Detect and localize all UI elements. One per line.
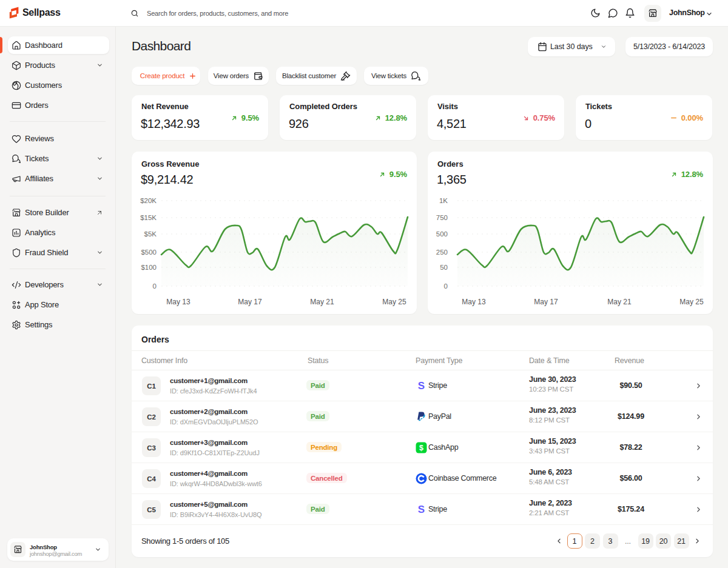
svg-text:$5K: $5K: [144, 230, 157, 238]
svg-text:500: 500: [436, 230, 448, 238]
svg-text:50: 50: [440, 264, 448, 271]
svg-text:250: 250: [436, 249, 448, 256]
svg-text:0: 0: [153, 282, 157, 290]
svg-text:May 17: May 17: [534, 298, 558, 306]
svg-text:May 13: May 13: [462, 298, 486, 306]
svg-text:1K: 1K: [439, 197, 448, 204]
svg-text:$20K: $20K: [140, 197, 157, 204]
svg-text:750: 750: [436, 214, 448, 221]
svg-text:May 13: May 13: [166, 298, 190, 306]
svg-text:$15K: $15K: [140, 214, 157, 221]
svg-text:May 17: May 17: [238, 298, 262, 306]
svg-text:0: 0: [444, 282, 448, 290]
svg-text:May 21: May 21: [310, 298, 334, 306]
svg-text:$500: $500: [141, 249, 157, 256]
svg-text:$100: $100: [141, 264, 157, 271]
svg-text:May 25: May 25: [382, 298, 406, 306]
svg-text:May 21: May 21: [607, 298, 632, 306]
svg-text:$: $: [419, 444, 423, 452]
svg-text:May 25: May 25: [679, 298, 704, 306]
